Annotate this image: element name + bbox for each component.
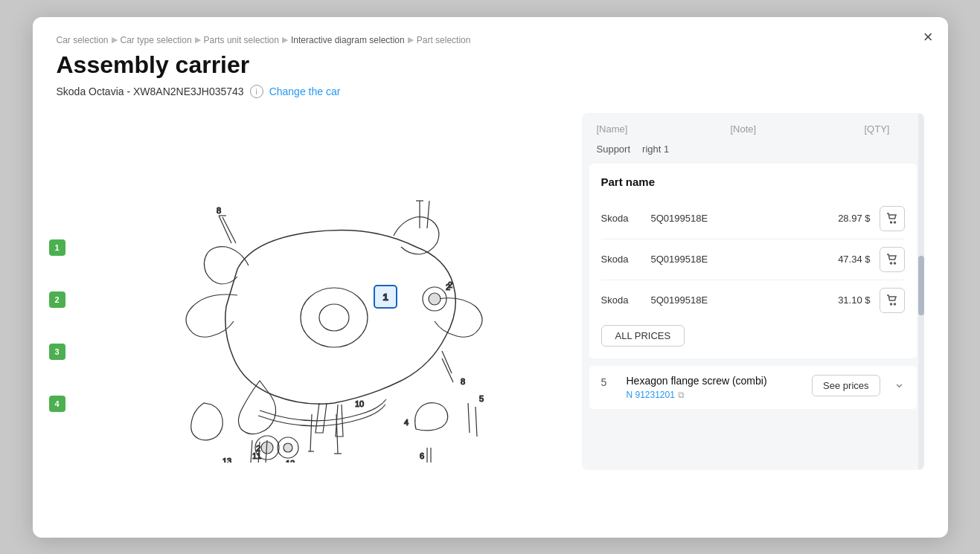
svg-line-27 bbox=[468, 403, 470, 433]
svg-point-46 bbox=[894, 303, 895, 305]
svg-point-1 bbox=[319, 304, 349, 331]
breadcrumb-part-selection[interactable]: Part selection bbox=[417, 35, 471, 45]
part-brand-3: Skoda bbox=[601, 294, 642, 306]
support-label: Support bbox=[597, 144, 631, 155]
next-part-info: Hexagon flange screw (combi) N 91231201 … bbox=[627, 375, 805, 400]
scrollbar-thumb[interactable] bbox=[918, 256, 924, 315]
part-price-3: 31.10 $ bbox=[819, 294, 871, 306]
part-row-1: Skoda 5Q0199518E 28.97 $ bbox=[601, 199, 905, 239]
part-number-2: 5Q0199518E bbox=[651, 254, 810, 265]
breadcrumb-parts-unit[interactable]: Parts unit selection bbox=[204, 35, 279, 45]
part-brand-2: Skoda bbox=[601, 254, 642, 265]
part-section-title: Part name bbox=[601, 175, 905, 188]
annotation-2: 2 bbox=[49, 292, 65, 308]
add-to-cart-2[interactable] bbox=[880, 247, 905, 272]
breadcrumb-sep-3: ▶ bbox=[282, 35, 288, 45]
header-note: [Note] bbox=[731, 123, 865, 135]
svg-point-41 bbox=[890, 222, 891, 223]
modal-container: × Car selection ▶ Car type selection ▶ P… bbox=[33, 17, 948, 538]
parts-subheader: Support right 1 bbox=[582, 141, 924, 164]
support-value: right 1 bbox=[642, 144, 669, 155]
change-car-link[interactable]: Change the car bbox=[269, 86, 341, 97]
svg-point-5 bbox=[429, 293, 441, 305]
part-row-3: Skoda 5Q0199518E 31.10 $ bbox=[601, 280, 905, 321]
svg-point-45 bbox=[890, 303, 891, 305]
all-prices-button[interactable]: ALL PRICES bbox=[601, 325, 685, 347]
svg-point-0 bbox=[301, 288, 368, 347]
svg-text:8: 8 bbox=[217, 206, 221, 215]
svg-point-44 bbox=[894, 262, 895, 264]
svg-line-21 bbox=[442, 358, 453, 382]
part-number-3: 5Q0199518E bbox=[651, 294, 810, 306]
annotation-1: 1 bbox=[49, 239, 65, 256]
parts-panel-scrollable[interactable]: [Name] [Note] [QTY] Support right 1 Part… bbox=[582, 113, 924, 416]
copy-icon[interactable]: ⧉ bbox=[678, 390, 685, 400]
add-to-cart-3[interactable] bbox=[880, 288, 905, 313]
svg-line-16 bbox=[219, 216, 231, 243]
expand-icon[interactable]: ⌄ bbox=[894, 375, 905, 391]
next-part-ref-label[interactable]: N 91231201 bbox=[627, 390, 675, 400]
diagram-svg[interactable]: 1 2 2 bbox=[57, 113, 567, 470]
next-part-name: Hexagon flange screw (combi) bbox=[627, 375, 805, 387]
annotation-4: 4 bbox=[49, 396, 65, 412]
part-section: Part name Skoda 5Q0199518E 28.97 $ bbox=[589, 164, 917, 358]
diagram-area: 1 2 3 4 bbox=[57, 113, 567, 470]
breadcrumb-sep-2: ▶ bbox=[195, 35, 201, 45]
content-area: 1 2 3 4 bbox=[57, 113, 924, 470]
svg-point-43 bbox=[890, 262, 891, 264]
svg-text:6: 6 bbox=[420, 451, 424, 460]
part-number-1: 5Q0199518E bbox=[651, 213, 810, 224]
assembly-diagram-svg[interactable]: 1 2 2 bbox=[103, 120, 520, 463]
car-info-row: Skoda Octavia - XW8AN2NE3JH035743 i Chan… bbox=[57, 85, 924, 98]
header-qty: [QTY] bbox=[865, 123, 909, 135]
header-name: [Name] bbox=[597, 123, 731, 135]
close-button[interactable]: × bbox=[923, 29, 933, 45]
next-part-row: 5 Hexagon flange screw (combi) N 9123120… bbox=[589, 366, 917, 409]
svg-text:1: 1 bbox=[382, 292, 388, 303]
next-part-number: 5 bbox=[601, 375, 619, 388]
svg-text:12: 12 bbox=[286, 459, 295, 463]
page-title: Assembly carrier bbox=[57, 51, 924, 79]
annotation-3: 3 bbox=[49, 344, 65, 360]
svg-line-28 bbox=[475, 407, 477, 437]
scrollbar-track bbox=[918, 113, 924, 470]
breadcrumb-sep-4: ▶ bbox=[408, 35, 414, 45]
next-part-ref: N 91231201 ⧉ bbox=[627, 390, 805, 400]
svg-text:10: 10 bbox=[355, 399, 364, 408]
breadcrumb-sep-1: ▶ bbox=[112, 35, 118, 45]
svg-text:4: 4 bbox=[404, 418, 409, 427]
part-price-2: 47.34 $ bbox=[819, 254, 871, 265]
parts-table-header: [Name] [Note] [QTY] bbox=[582, 113, 924, 141]
svg-text:8: 8 bbox=[461, 377, 465, 386]
breadcrumb-interactive-diagram[interactable]: Interactive diagram selection bbox=[291, 35, 405, 45]
part-brand-1: Skoda bbox=[601, 213, 642, 224]
parts-panel: [Name] [Note] [QTY] Support right 1 Part… bbox=[582, 113, 924, 470]
breadcrumb: Car selection ▶ Car type selection ▶ Par… bbox=[57, 35, 924, 45]
car-name-label: Skoda Octavia - XW8AN2NE3JH035743 bbox=[57, 86, 244, 97]
svg-point-42 bbox=[894, 222, 895, 223]
svg-line-19 bbox=[427, 201, 429, 228]
svg-point-23 bbox=[284, 443, 292, 452]
part-price-1: 28.97 $ bbox=[819, 213, 871, 224]
breadcrumb-car-selection[interactable]: Car selection bbox=[57, 35, 109, 45]
svg-line-10 bbox=[310, 414, 312, 451]
svg-text:5: 5 bbox=[479, 394, 484, 403]
svg-text:13: 13 bbox=[222, 457, 231, 463]
see-prices-button[interactable]: See prices bbox=[812, 375, 880, 396]
svg-text:11: 11 bbox=[252, 451, 261, 460]
breadcrumb-car-type[interactable]: Car type selection bbox=[121, 35, 192, 45]
car-info-icon[interactable]: i bbox=[250, 85, 263, 98]
add-to-cart-1[interactable] bbox=[880, 206, 905, 231]
part-row-2: Skoda 5Q0199518E 47.34 $ bbox=[601, 239, 905, 280]
svg-text:2: 2 bbox=[448, 280, 452, 289]
